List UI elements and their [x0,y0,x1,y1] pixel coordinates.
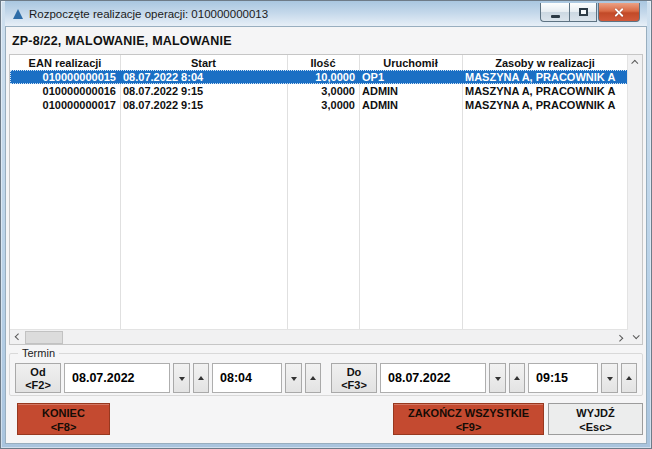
triangle-down-icon [291,377,297,384]
column-header-ean[interactable]: EAN realizacji [10,56,120,70]
titlebar: Rozpoczęte realizacje operacji: 01000000… [5,1,647,26]
minimize-icon [551,15,560,18]
cell-uruchomil: ADMIN [359,84,462,98]
chevron-right-icon [616,334,623,341]
triangle-down-icon [607,377,613,384]
triangle-down-icon [179,377,185,384]
od-time-down-button[interactable] [285,363,302,393]
cell-zasoby: MASZYNA A, PRACOWNIK A [462,98,628,112]
do-time-down-button[interactable] [601,363,618,393]
termin-controls: Od <F2> 08.07.2022 08:04 Do <F3> 08.07. [15,363,637,393]
cell-start: 08.07.2022 9:15 [120,98,287,112]
page-title: ZP-8/22, MALOWANIE, MALOWANIE [12,34,646,48]
od-date-down-button[interactable] [173,363,190,393]
scroll-down-button[interactable] [628,329,643,344]
do-time-up-button[interactable] [621,363,637,393]
od-time-field[interactable]: 08:04 [212,363,282,393]
close-button[interactable] [598,3,640,22]
chevron-down-icon [633,332,640,339]
cell-uruchomil: OP1 [359,70,462,84]
cell-zasoby: MASZYNA A, PRACOWNIK A [462,84,628,98]
close-icon [614,7,625,18]
maximize-button[interactable] [569,3,597,22]
cell-ean: 010000000015 [10,70,120,84]
table-row[interactable]: 010000000015 08.07.2022 8:04 10,0000 OP1… [10,70,628,84]
table-row[interactable]: 010000000016 08.07.2022 9:15 3,0000 ADMI… [10,84,628,98]
scrollbar-thumb[interactable] [25,331,63,344]
cell-start: 08.07.2022 8:04 [120,70,287,84]
horizontal-scrollbar[interactable] [10,329,628,344]
cell-zasoby: MASZYNA A, PRACOWNIK A [462,70,628,84]
action-bar: KONIEC <F8> ZAKOŃCZ WSZYSTKIE <F9> WYJDŹ… [9,403,643,435]
vertical-scrollbar[interactable] [627,55,642,344]
od-date-field[interactable]: 08.07.2022 [64,363,170,393]
do-time-field[interactable]: 09:15 [528,363,598,393]
column-header-ilosc[interactable]: Ilość [287,56,359,70]
od-time-up-button[interactable] [305,363,321,393]
realizations-table: EAN realizacji Start Ilość Uruchomił Zas… [9,54,643,345]
maximize-icon [579,8,588,16]
cell-ean: 010000000016 [10,84,120,98]
scroll-up-button[interactable] [628,55,643,70]
app-icon [13,9,23,19]
termin-group: Termin Od <F2> 08.07.2022 08:04 D [9,347,643,396]
column-header-uruchomil[interactable]: Uruchomił [359,56,462,70]
do-button[interactable]: Do <F3> [331,363,377,393]
chevron-up-icon [631,60,638,67]
app-window: Rozpoczęte realizacje operacji: 01000000… [0,0,652,449]
od-button[interactable]: Od <F2> [15,363,61,393]
od-group: Od <F2> 08.07.2022 08:04 [15,363,321,393]
triangle-down-icon [495,377,501,384]
wyjdz-button[interactable]: WYJDŹ <Esc> [548,403,643,435]
cell-ilosc: 10,0000 [287,70,359,84]
do-date-up-button[interactable] [509,363,525,393]
column-header-start[interactable]: Start [120,56,287,70]
dialog-content: ZP-8/22, MALOWANIE, MALOWANIE EAN realiz… [5,26,647,444]
table-header-row: EAN realizacji Start Ilość Uruchomił Zas… [10,55,628,70]
chevron-left-icon [15,333,22,340]
termin-label: Termin [18,347,59,359]
do-date-field[interactable]: 08.07.2022 [380,363,486,393]
column-header-zasoby[interactable]: Zasoby w realizacji [462,56,628,70]
scroll-left-button[interactable] [10,330,25,345]
od-date-up-button[interactable] [193,363,209,393]
minimize-button[interactable] [540,3,569,22]
cell-uruchomil: ADMIN [359,98,462,112]
window-controls [540,3,640,22]
do-group: Do <F3> 08.07.2022 09:15 [331,363,637,393]
triangle-up-icon [514,373,520,380]
table-row[interactable]: 010000000017 08.07.2022 9:15 3,0000 ADMI… [10,98,628,112]
do-date-down-button[interactable] [489,363,506,393]
cell-ean: 010000000017 [10,98,120,112]
cell-ilosc: 3,0000 [287,98,359,112]
koniec-button[interactable]: KONIEC <F8> [17,403,110,435]
cell-start: 08.07.2022 9:15 [120,84,287,98]
triangle-up-icon [198,373,204,380]
cell-ilosc: 3,0000 [287,84,359,98]
scroll-right-button[interactable] [613,330,628,345]
triangle-up-icon [310,373,316,380]
zakoncz-wszystkie-button[interactable]: ZAKOŃCZ WSZYSTKIE <F9> [393,403,544,435]
triangle-up-icon [626,373,632,380]
